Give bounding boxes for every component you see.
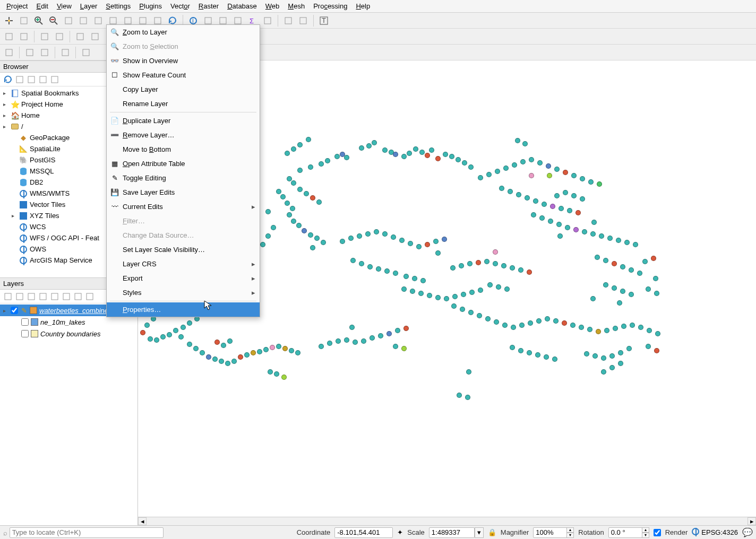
feature-point[interactable] [512,162,517,168]
zoom-layer-icon[interactable] [91,14,105,28]
scroll-right-arrow-icon[interactable]: ▸ [748,517,756,525]
pan-icon[interactable] [2,14,16,28]
expand-arrow-icon[interactable]: ▸ [3,124,8,129]
feature-point[interactable] [435,156,441,161]
feature-point[interactable] [545,316,550,321]
feature-point[interactable] [178,334,184,340]
feature-point[interactable] [291,146,296,152]
feature-point[interactable] [148,336,153,342]
feature-point[interactable] [361,338,366,344]
menu-item-copy-layer[interactable]: Copy Layer [107,82,260,97]
layer-visibility-checkbox[interactable] [11,307,18,314]
expand-arrow-icon[interactable]: ▸ [3,112,8,118]
feature-point[interactable] [181,325,186,330]
feature-point[interactable] [399,238,405,243]
feature-point[interactable] [575,210,581,215]
feature-point[interactable] [350,258,356,263]
feature-point[interactable] [193,346,199,351]
menu-item-show-in-overview[interactable]: 👓Show in Overview [107,54,260,68]
feature-point[interactable] [537,160,543,166]
menu-database[interactable]: Database [223,1,261,11]
feature-point[interactable] [457,393,462,398]
feature-point[interactable] [289,348,294,353]
feature-point[interactable] [291,219,296,224]
feature-point[interactable] [547,173,552,178]
feature-point[interactable] [281,375,287,380]
feature-point[interactable] [557,233,563,239]
feature-point[interactable] [244,352,250,358]
feature-point[interactable] [265,233,271,239]
feature-point[interactable] [468,310,474,315]
expand-icon[interactable] [62,292,71,301]
feature-point[interactable] [295,350,300,355]
feature-point[interactable] [420,278,426,283]
feature-point[interactable] [306,137,311,142]
feature-point[interactable] [276,189,281,194]
feature-point[interactable] [588,179,594,185]
select-all-icon[interactable] [38,46,51,59]
feature-point[interactable] [187,342,192,347]
expand-arrow-icon[interactable]: ▸ [3,101,8,107]
feature-point[interactable] [425,242,430,247]
feature-point[interactable] [501,263,506,268]
feature-point[interactable] [348,236,354,241]
feature-point[interactable] [384,268,390,274]
feature-point[interactable] [595,255,600,260]
feature-point[interactable] [552,357,557,362]
filter-icon[interactable] [15,75,24,84]
feature-point[interactable] [251,350,256,355]
feature-point[interactable] [325,158,330,163]
zoom-in-icon[interactable] [32,14,46,28]
feature-point[interactable] [646,286,651,292]
menu-item-layer-crs[interactable]: Layer CRS [107,257,260,271]
feature-point[interactable] [494,319,499,325]
label-red-icon[interactable] [38,30,51,44]
feature-point[interactable] [393,344,398,349]
remove-icon[interactable] [85,292,94,301]
messages-icon[interactable]: 💬 [742,527,753,537]
feature-point[interactable] [620,264,625,270]
locator-input[interactable] [10,527,164,538]
magnifier-up-icon[interactable]: ▴ [566,527,574,533]
add-group-icon[interactable] [15,292,24,301]
feature-point[interactable] [334,154,340,159]
feature-point[interactable] [376,266,381,272]
rotation-up-icon[interactable]: ▴ [642,527,649,533]
feature-point[interactable] [633,242,638,247]
expression-icon[interactable] [50,292,59,301]
menu-item-show-feature-count[interactable]: ☐Show Feature Count [107,68,260,82]
feature-point[interactable] [442,237,447,242]
menu-edit[interactable]: Edit [32,1,52,11]
feature-point[interactable] [510,265,515,271]
feature-point[interactable] [531,212,536,218]
feature-point[interactable] [287,212,292,218]
refresh-icon[interactable] [3,75,13,84]
feature-point[interactable] [580,196,585,202]
feature-point[interactable] [477,313,482,318]
feature-point[interactable] [539,215,545,221]
feature-point[interactable] [401,154,407,159]
feature-point[interactable] [603,258,608,263]
feature-point[interactable] [200,350,205,355]
lock-icon[interactable]: 🔒 [488,528,496,536]
feature-point[interactable] [393,152,398,157]
feature-point[interactable] [599,233,604,239]
feature-point[interactable] [563,170,568,175]
feature-point[interactable] [571,173,577,178]
feature-point[interactable] [393,271,398,276]
layers-list[interactable]: ▸✎waterbeetles_combinedne_10m_lakesCount… [0,303,138,525]
coordinate-input[interactable] [334,527,393,538]
feature-point[interactable] [556,222,562,227]
feature-point[interactable] [206,354,211,360]
feature-point[interactable] [596,329,601,334]
select-rect-icon[interactable] [2,46,16,59]
feature-point[interactable] [518,267,523,273]
feature-point[interactable] [582,229,587,234]
feature-point[interactable] [510,345,515,350]
scroll-left-arrow-icon[interactable]: ◂ [138,517,147,525]
feature-point[interactable] [590,296,596,301]
canvas-horizontal-scrollbar[interactable]: ◂ ▸ [138,517,756,525]
feature-point[interactable] [559,206,564,211]
feature-point[interactable] [478,175,483,180]
feature-point[interactable] [544,354,549,360]
